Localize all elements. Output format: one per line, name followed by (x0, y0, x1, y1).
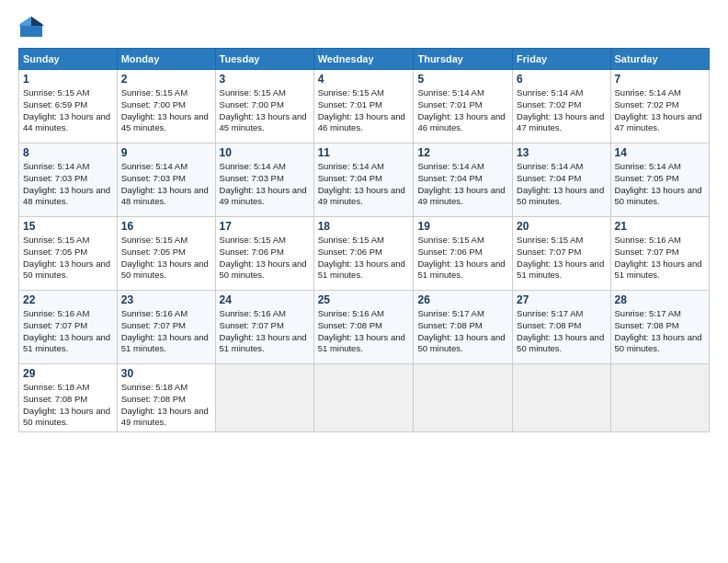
day-info: Sunrise: 5:15 AMSunset: 7:06 PMDaylight:… (318, 235, 410, 282)
weekday-header-tuesday: Tuesday (215, 49, 313, 70)
svg-marker-2 (18, 17, 31, 26)
weekday-header-thursday: Thursday (414, 49, 513, 70)
weekday-header-friday: Friday (513, 49, 610, 70)
day-info: Sunrise: 5:16 AMSunset: 7:07 PMDaylight:… (23, 308, 113, 355)
calendar-cell: 25 Sunrise: 5:16 AMSunset: 7:08 PMDaylig… (313, 291, 414, 364)
calendar-cell: 27 Sunrise: 5:17 AMSunset: 7:08 PMDaylig… (513, 291, 610, 364)
day-info: Sunrise: 5:15 AMSunset: 7:07 PMDaylight:… (517, 235, 606, 282)
week-row-1: 1 Sunrise: 5:15 AMSunset: 6:59 PMDayligh… (19, 70, 710, 144)
day-number: 12 (417, 146, 508, 159)
calendar-cell (414, 364, 513, 432)
day-number: 30 (121, 367, 211, 380)
day-info: Sunrise: 5:15 AMSunset: 7:06 PMDaylight:… (220, 235, 310, 282)
day-number: 27 (517, 293, 606, 306)
calendar-cell: 21 Sunrise: 5:16 AMSunset: 7:07 PMDaylig… (610, 217, 709, 291)
weekday-header-wednesday: Wednesday (313, 49, 414, 70)
calendar-cell (610, 364, 709, 432)
day-number: 8 (23, 146, 113, 159)
day-info: Sunrise: 5:17 AMSunset: 7:08 PMDaylight:… (517, 308, 606, 355)
day-number: 24 (220, 293, 310, 306)
header (18, 15, 710, 40)
day-info: Sunrise: 5:17 AMSunset: 7:08 PMDaylight:… (615, 308, 705, 355)
calendar-cell: 30 Sunrise: 5:18 AMSunset: 7:08 PMDaylig… (117, 364, 215, 432)
calendar-cell: 9 Sunrise: 5:14 AMSunset: 7:03 PMDayligh… (117, 144, 215, 217)
day-info: Sunrise: 5:14 AMSunset: 7:02 PMDaylight:… (517, 87, 606, 134)
day-number: 10 (220, 146, 310, 159)
calendar-cell: 7 Sunrise: 5:14 AMSunset: 7:02 PMDayligh… (610, 70, 709, 144)
day-info: Sunrise: 5:15 AMSunset: 7:05 PMDaylight:… (23, 235, 113, 282)
weekday-header-saturday: Saturday (610, 49, 709, 70)
day-number: 16 (121, 220, 211, 233)
day-number: 25 (318, 293, 410, 306)
calendar-cell: 4 Sunrise: 5:15 AMSunset: 7:01 PMDayligh… (313, 70, 414, 144)
day-number: 28 (615, 293, 705, 306)
day-info: Sunrise: 5:14 AMSunset: 7:03 PMDaylight:… (121, 161, 211, 208)
day-info: Sunrise: 5:14 AMSunset: 7:03 PMDaylight:… (23, 161, 113, 208)
calendar-cell: 10 Sunrise: 5:14 AMSunset: 7:03 PMDaylig… (215, 144, 313, 217)
calendar-cell: 6 Sunrise: 5:14 AMSunset: 7:02 PMDayligh… (513, 70, 610, 144)
day-number: 15 (23, 220, 113, 233)
day-number: 22 (23, 293, 113, 306)
week-row-3: 15 Sunrise: 5:15 AMSunset: 7:05 PMDaylig… (19, 217, 710, 291)
day-number: 18 (318, 220, 410, 233)
day-number: 5 (417, 73, 508, 86)
day-number: 17 (220, 220, 310, 233)
weekday-header-sunday: Sunday (19, 49, 118, 70)
calendar-cell: 29 Sunrise: 5:18 AMSunset: 7:08 PMDaylig… (19, 364, 118, 432)
day-number: 13 (517, 146, 606, 159)
calendar-cell (313, 364, 414, 432)
calendar-cell (513, 364, 610, 432)
calendar-cell: 13 Sunrise: 5:14 AMSunset: 7:04 PMDaylig… (513, 144, 610, 217)
day-info: Sunrise: 5:15 AMSunset: 7:05 PMDaylight:… (121, 235, 211, 282)
calendar-cell: 20 Sunrise: 5:15 AMSunset: 7:07 PMDaylig… (513, 217, 610, 291)
day-number: 19 (417, 220, 508, 233)
calendar-cell: 5 Sunrise: 5:14 AMSunset: 7:01 PMDayligh… (414, 70, 513, 144)
weekday-header-monday: Monday (117, 49, 215, 70)
day-number: 1 (23, 73, 113, 86)
day-info: Sunrise: 5:16 AMSunset: 7:07 PMDaylight:… (220, 308, 310, 355)
week-row-5: 29 Sunrise: 5:18 AMSunset: 7:08 PMDaylig… (19, 364, 710, 432)
calendar-cell: 24 Sunrise: 5:16 AMSunset: 7:07 PMDaylig… (215, 291, 313, 364)
day-info: Sunrise: 5:14 AMSunset: 7:04 PMDaylight:… (417, 161, 508, 208)
day-info: Sunrise: 5:15 AMSunset: 6:59 PMDaylight:… (23, 87, 113, 134)
calendar-cell: 1 Sunrise: 5:15 AMSunset: 6:59 PMDayligh… (19, 70, 118, 144)
calendar-cell: 22 Sunrise: 5:16 AMSunset: 7:07 PMDaylig… (19, 291, 118, 364)
week-row-2: 8 Sunrise: 5:14 AMSunset: 7:03 PMDayligh… (19, 144, 710, 217)
day-number: 26 (417, 293, 508, 306)
day-number: 20 (517, 220, 606, 233)
day-number: 6 (517, 73, 606, 86)
day-number: 14 (615, 146, 705, 159)
calendar-cell: 17 Sunrise: 5:15 AMSunset: 7:06 PMDaylig… (215, 217, 313, 291)
calendar-cell: 3 Sunrise: 5:15 AMSunset: 7:00 PMDayligh… (215, 70, 313, 144)
day-info: Sunrise: 5:14 AMSunset: 7:02 PMDaylight:… (615, 87, 705, 134)
day-info: Sunrise: 5:15 AMSunset: 7:01 PMDaylight:… (318, 87, 410, 134)
day-info: Sunrise: 5:16 AMSunset: 7:07 PMDaylight:… (121, 308, 211, 355)
day-number: 21 (615, 220, 705, 233)
day-info: Sunrise: 5:14 AMSunset: 7:01 PMDaylight:… (417, 87, 508, 134)
calendar-cell: 23 Sunrise: 5:16 AMSunset: 7:07 PMDaylig… (117, 291, 215, 364)
logo (18, 15, 48, 40)
day-info: Sunrise: 5:17 AMSunset: 7:08 PMDaylight:… (417, 308, 508, 355)
calendar-cell: 11 Sunrise: 5:14 AMSunset: 7:04 PMDaylig… (313, 144, 414, 217)
calendar-cell: 2 Sunrise: 5:15 AMSunset: 7:00 PMDayligh… (117, 70, 215, 144)
day-info: Sunrise: 5:18 AMSunset: 7:08 PMDaylight:… (23, 382, 113, 429)
day-number: 11 (318, 146, 410, 159)
day-info: Sunrise: 5:16 AMSunset: 7:07 PMDaylight:… (615, 235, 705, 282)
day-number: 9 (121, 146, 211, 159)
day-info: Sunrise: 5:18 AMSunset: 7:08 PMDaylight:… (121, 382, 211, 429)
calendar-cell: 12 Sunrise: 5:14 AMSunset: 7:04 PMDaylig… (414, 144, 513, 217)
calendar-cell: 18 Sunrise: 5:15 AMSunset: 7:06 PMDaylig… (313, 217, 414, 291)
logo-icon (18, 15, 44, 40)
calendar-cell (215, 364, 313, 432)
calendar-cell: 26 Sunrise: 5:17 AMSunset: 7:08 PMDaylig… (414, 291, 513, 364)
day-number: 7 (615, 73, 705, 86)
calendar-cell: 16 Sunrise: 5:15 AMSunset: 7:05 PMDaylig… (117, 217, 215, 291)
day-info: Sunrise: 5:14 AMSunset: 7:04 PMDaylight:… (318, 161, 410, 208)
calendar-cell: 19 Sunrise: 5:15 AMSunset: 7:06 PMDaylig… (414, 217, 513, 291)
day-info: Sunrise: 5:14 AMSunset: 7:03 PMDaylight:… (220, 161, 310, 208)
week-row-4: 22 Sunrise: 5:16 AMSunset: 7:07 PMDaylig… (19, 291, 710, 364)
calendar-cell: 15 Sunrise: 5:15 AMSunset: 7:05 PMDaylig… (19, 217, 118, 291)
day-number: 23 (121, 293, 211, 306)
day-number: 2 (121, 73, 211, 86)
day-number: 4 (318, 73, 410, 86)
